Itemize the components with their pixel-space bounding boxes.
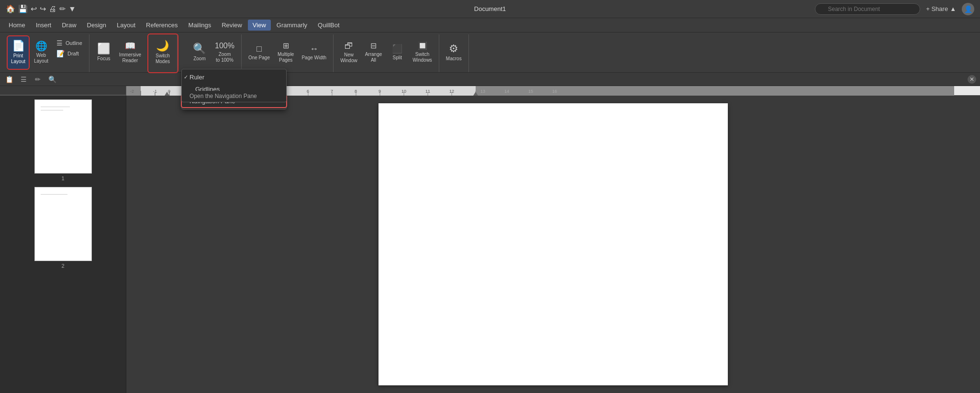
one-page-button[interactable]: □ One Page: [245, 36, 273, 69]
zoom-icon: 🔍: [193, 44, 206, 54]
multiple-pages-button[interactable]: ⊞ MultiplePages: [275, 36, 297, 69]
focus-label: Focus: [97, 56, 110, 62]
search-container: 🔍: [815, 3, 920, 15]
zoom-100-label: Zoomto 100%: [216, 52, 234, 63]
zoom-100-button[interactable]: 100% Zoomto 100%: [212, 36, 237, 69]
navigation-pane-hint: Open the Navigation Pane: [181, 91, 287, 102]
new-window-icon: 🗗: [345, 42, 353, 50]
document-page[interactable]: [379, 103, 728, 385]
svg-text:13: 13: [480, 89, 485, 94]
page-1-thumb-container: 1: [34, 99, 92, 181]
svg-text:-2: -2: [130, 89, 134, 94]
menu-mailings[interactable]: Mailings: [184, 20, 216, 31]
new-window-label: NewWindow: [340, 52, 357, 64]
page-line: [41, 110, 63, 110]
headings-icon[interactable]: ☰: [18, 74, 29, 85]
home-icon[interactable]: 🏠: [6, 4, 15, 13]
doc-area: [126, 96, 980, 393]
print-layout-button[interactable]: 📄 PrintLayout: [8, 36, 29, 69]
switch-windows-icon: 🔲: [418, 42, 427, 50]
page-width-button[interactable]: ↔ Page Width: [299, 36, 329, 69]
page-1-number: 1: [61, 175, 64, 181]
menu-grammarly[interactable]: Grammarly: [272, 20, 312, 31]
web-layout-button[interactable]: 🌐 WebLayout: [31, 36, 52, 69]
ribbon-group-page-view: □ One Page ⊞ MultiplePages ↔ Page Width: [242, 34, 334, 72]
draft-icon: 📝: [56, 50, 65, 57]
search-input[interactable]: [815, 3, 920, 15]
web-layout-label: WebLayout: [34, 53, 48, 64]
zoom-label: Zoom: [193, 56, 206, 62]
focus-icon: ⬜: [97, 44, 110, 54]
menu-layout[interactable]: Layout: [112, 20, 140, 31]
document-title: Document1: [474, 5, 506, 12]
svg-text:9: 9: [379, 89, 381, 94]
svg-text:0: 0: [168, 89, 170, 94]
one-page-icon: □: [256, 44, 262, 53]
page-1-lines: [35, 100, 91, 120]
switch-modes-button[interactable]: 🌙 SwitchModes: [152, 36, 173, 69]
svg-text:-1: -1: [153, 89, 157, 94]
results-icon[interactable]: ✏: [33, 74, 43, 85]
share-label: + Share: [926, 5, 948, 12]
user-avatar[interactable]: 👤: [962, 3, 974, 15]
svg-text:7: 7: [331, 89, 333, 94]
page-1-thumb[interactable]: [34, 99, 92, 174]
ribbon-page-view-content: □ One Page ⊞ MultiplePages ↔ Page Width: [245, 34, 329, 72]
share-button[interactable]: + Share ▲: [926, 5, 956, 12]
undo-icon[interactable]: ↩: [31, 4, 37, 13]
sidebar-pages: 1 2: [0, 96, 126, 393]
switch-modes-label: SwitchModes: [156, 53, 170, 65]
outline-button[interactable]: ☰ Outline: [54, 38, 85, 48]
immersive-reader-icon: 📖: [125, 42, 135, 50]
title-bar-right: 🔍 + Share ▲ 👤: [815, 3, 974, 15]
arrange-all-button[interactable]: ⊟ ArrangeAll: [362, 36, 385, 69]
menu-quillbot[interactable]: QuillBot: [313, 20, 345, 31]
ribbon-focus-content: ⬜ Focus 📖 ImmersiveReader: [93, 34, 144, 72]
split-label: Split: [393, 55, 402, 61]
edit-icon[interactable]: ✏: [59, 4, 66, 13]
ribbon-group-views: 📄 PrintLayout 🌐 WebLayout ☰ Outline 📝 Dr…: [4, 34, 89, 72]
menu-draw[interactable]: Draw: [57, 20, 81, 31]
menu-review[interactable]: Review: [217, 20, 247, 31]
save-icon[interactable]: 💾: [18, 4, 28, 13]
page-2-thumb-container: 2: [34, 187, 92, 269]
switch-windows-button[interactable]: 🔲 SwitchWindows: [410, 36, 435, 69]
svg-text:8: 8: [355, 89, 357, 94]
more-icon[interactable]: ▼: [68, 5, 76, 13]
print-icon[interactable]: 🖨: [49, 5, 56, 13]
redo-icon[interactable]: ↪: [40, 4, 46, 13]
close-nav-pane-button[interactable]: ✕: [968, 75, 976, 84]
draft-button[interactable]: 📝 Draft: [54, 49, 85, 58]
zoom-button[interactable]: 🔍 Zoom: [189, 36, 210, 69]
ribbon-zoom-content: 🔍 Zoom 100% Zoomto 100%: [189, 34, 237, 72]
menu-view[interactable]: View: [248, 20, 271, 31]
new-window-button[interactable]: 🗗 NewWindow: [337, 36, 360, 69]
multiple-pages-label: MultiplePages: [278, 52, 294, 63]
ribbon-group-focus: ⬜ Focus 📖 ImmersiveReader: [89, 34, 148, 72]
pages-icon[interactable]: 📋: [4, 74, 14, 85]
title-bar-icons: 🏠 💾 ↩ ↪ 🖨 ✏ ▼: [6, 4, 76, 13]
ruler-menu-item[interactable]: Ruler: [182, 71, 286, 83]
page-2-thumb[interactable]: [34, 187, 92, 261]
page-width-icon: ↔: [310, 44, 318, 53]
print-layout-label: PrintLayout: [11, 53, 25, 65]
macros-button[interactable]: ⚙ Macros: [443, 36, 465, 69]
svg-text:6: 6: [307, 89, 309, 94]
menu-insert[interactable]: Insert: [31, 20, 56, 31]
search-nav-icon[interactable]: 🔍: [47, 74, 57, 85]
menu-references[interactable]: References: [141, 20, 182, 31]
switch-windows-label: SwitchWindows: [412, 52, 432, 63]
split-icon: ⬛: [392, 44, 402, 53]
chevron-up-icon: ▲: [950, 5, 956, 12]
ribbon-group-window: 🗗 NewWindow ⊟ ArrangeAll ⬛ Split 🔲 Switc…: [334, 34, 439, 72]
svg-text:11: 11: [425, 89, 430, 94]
split-button[interactable]: ⬛ Split: [387, 36, 408, 69]
one-page-label: One Page: [248, 55, 270, 61]
immersive-reader-button[interactable]: 📖 ImmersiveReader: [116, 36, 144, 69]
menu-design[interactable]: Design: [82, 20, 111, 31]
draft-label: Draft: [67, 51, 79, 56]
menu-home[interactable]: Home: [4, 20, 30, 31]
multiple-pages-icon: ⊞: [283, 42, 289, 50]
svg-text:10: 10: [401, 89, 406, 94]
focus-button[interactable]: ⬜ Focus: [93, 36, 114, 69]
